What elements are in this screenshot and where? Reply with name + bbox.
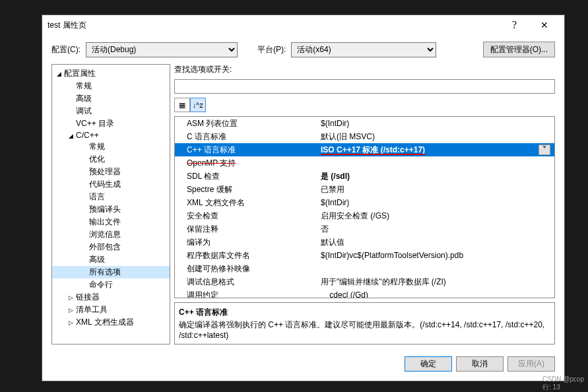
expand-icon[interactable]: ◢ bbox=[68, 133, 74, 139]
property-row[interactable]: 安全检查启用安全检查 (/GS) bbox=[175, 209, 554, 222]
property-row[interactable]: 程序数据库文件名$(IntDir)vc$(PlatformToolsetVers… bbox=[175, 249, 554, 262]
cancel-button[interactable]: 取消 bbox=[456, 356, 504, 372]
description-text: 确定编译器将强制执行的 C++ 语言标准。建议尽可能使用最新版本。(/std:c… bbox=[179, 319, 550, 340]
property-value[interactable]: 启用安全检查 (/GS) bbox=[317, 209, 554, 222]
tree-item-label: VC++ 目录 bbox=[76, 119, 114, 128]
tree-item[interactable]: 高级 bbox=[52, 92, 170, 105]
alphabetical-view-button[interactable]: ↓ᴬᴢ bbox=[190, 98, 206, 112]
property-row[interactable]: 编译为默认值 bbox=[175, 236, 554, 249]
property-dialog: test 属性页 ? ✕ 配置(C): 活动(Debug) 平台(P): 活动(… bbox=[42, 15, 565, 381]
tree-item[interactable]: 语言 bbox=[52, 191, 170, 203]
search-input[interactable] bbox=[174, 79, 555, 94]
property-name: 调用约定 bbox=[175, 288, 317, 298]
tree-item-label: 外部包含 bbox=[89, 242, 121, 251]
tree-item[interactable]: 预处理器 bbox=[52, 166, 170, 178]
property-value[interactable] bbox=[317, 262, 554, 275]
statusbar: CSDN @pcop 行: 13 bbox=[542, 376, 584, 392]
config-label: 配置(C): bbox=[51, 44, 81, 55]
tree-item-label: 优化 bbox=[89, 154, 105, 164]
tree-item[interactable]: 常规 bbox=[52, 80, 170, 92]
property-value[interactable]: 已禁用 bbox=[317, 183, 554, 196]
tree-item-label: 常规 bbox=[76, 81, 92, 90]
property-row[interactable]: SDL 检查是 (/sdl) bbox=[175, 170, 554, 183]
property-value[interactable]: ISO C++17 标准 (/std:c++17) bbox=[317, 143, 554, 156]
tree-item-label: 链接器 bbox=[76, 292, 100, 302]
tree-item[interactable]: VC++ 目录 bbox=[52, 117, 170, 130]
config-manager-button[interactable]: 配置管理器(O)... bbox=[483, 42, 555, 57]
tree-item-label: 所有选项 bbox=[89, 267, 121, 277]
property-name: 程序数据库文件名 bbox=[175, 249, 317, 262]
tree-item[interactable]: 输出文件 bbox=[52, 216, 170, 228]
property-value[interactable]: __cdecl (/Gd) bbox=[317, 288, 554, 298]
property-name: 安全检查 bbox=[175, 209, 317, 222]
tree-item[interactable]: ▷XML 文档生成器 bbox=[52, 316, 170, 329]
tree-item-label: 高级 bbox=[89, 255, 105, 264]
description-title: C++ 语言标准 bbox=[179, 307, 550, 318]
tree-item[interactable]: 浏览信息 bbox=[52, 228, 170, 241]
property-row[interactable]: Spectre 缓解已禁用 bbox=[175, 183, 554, 196]
tree-item[interactable]: 调试 bbox=[52, 105, 170, 117]
tree-item[interactable]: 高级 bbox=[52, 253, 170, 266]
categorized-view-button[interactable]: ▦ bbox=[174, 98, 190, 112]
view-tools: ▦ ↓ᴬᴢ bbox=[174, 98, 555, 112]
property-value[interactable] bbox=[317, 156, 554, 170]
tree-item-label: 命令行 bbox=[89, 280, 113, 289]
property-value[interactable]: 否 bbox=[317, 222, 554, 236]
expand-icon[interactable]: ▷ bbox=[68, 294, 74, 301]
tree-item[interactable]: 命令行 bbox=[52, 278, 170, 291]
property-value[interactable]: 默认(旧 MSVC) bbox=[317, 130, 554, 143]
tree-item[interactable]: ▷清单工具 bbox=[52, 304, 170, 316]
property-row[interactable]: C++ 语言标准ISO C++17 标准 (/std:c++17) bbox=[175, 143, 554, 156]
property-row[interactable]: 保留注释否 bbox=[175, 222, 554, 236]
property-name: OpenMP 支持 bbox=[175, 156, 317, 170]
property-row[interactable]: ASM 列表位置$(IntDir) bbox=[175, 117, 554, 130]
config-select[interactable]: 活动(Debug) bbox=[86, 42, 238, 57]
tree-item[interactable]: ▷链接器 bbox=[52, 291, 170, 304]
tree-item-label: 语言 bbox=[89, 192, 105, 201]
tree-item[interactable]: 常规 bbox=[52, 141, 170, 153]
property-row[interactable]: C 语言标准默认(旧 MSVC) bbox=[175, 130, 554, 143]
property-row[interactable]: 调用约定__cdecl (/Gd) bbox=[175, 288, 554, 298]
help-button[interactable]: ? bbox=[500, 15, 529, 35]
config-row: 配置(C): 活动(Debug) 平台(P): 活动(x64) 配置管理器(O)… bbox=[42, 35, 564, 64]
tree-item[interactable]: ◢C/C++ bbox=[52, 130, 170, 141]
property-row[interactable]: XML 文档文件名$(IntDir) bbox=[175, 196, 554, 209]
property-name: C++ 语言标准 bbox=[175, 143, 317, 156]
property-value[interactable]: 是 (/sdl) bbox=[317, 170, 554, 183]
tree-item[interactable]: 代码生成 bbox=[52, 178, 170, 191]
dialog-footer: 确定 取消 应用(A) bbox=[42, 351, 564, 381]
tree-item-label: 常规 bbox=[89, 142, 105, 151]
tree-item-label: XML 文档生成器 bbox=[76, 317, 134, 327]
close-button[interactable]: ✕ bbox=[529, 15, 559, 35]
expand-icon[interactable]: ▷ bbox=[68, 319, 74, 326]
property-value[interactable]: 默认值 bbox=[317, 236, 554, 249]
tree-item-label: 清单工具 bbox=[76, 305, 108, 314]
tree-item[interactable]: 优化 bbox=[52, 153, 170, 166]
property-value[interactable]: 用于"编辑并继续"的程序数据库 (/ZI) bbox=[317, 275, 554, 288]
apply-button[interactable]: 应用(A) bbox=[507, 356, 555, 372]
tree-item-label: 高级 bbox=[76, 94, 92, 103]
tree-item-label: 配置属性 bbox=[64, 69, 96, 78]
property-value[interactable]: $(IntDir)vc$(PlatformToolsetVersion).pdb bbox=[317, 249, 554, 262]
platform-select[interactable]: 活动(x64) bbox=[291, 42, 436, 57]
tree-item-label: 浏览信息 bbox=[89, 230, 121, 239]
tree-item[interactable]: 所有选项 bbox=[52, 266, 170, 278]
ok-button[interactable]: 确定 bbox=[405, 356, 452, 372]
property-grid-scroll[interactable]: ASM 列表位置$(IntDir)C 语言标准默认(旧 MSVC)C++ 语言标… bbox=[175, 117, 554, 298]
tree-item[interactable]: 预编译头 bbox=[52, 203, 170, 216]
property-name: XML 文档文件名 bbox=[175, 196, 317, 209]
property-grid: ASM 列表位置$(IntDir)C 语言标准默认(旧 MSVC)C++ 语言标… bbox=[174, 116, 555, 298]
property-name: C 语言标准 bbox=[175, 130, 317, 143]
tree-item[interactable]: ◢配置属性 bbox=[52, 67, 170, 80]
tree-item[interactable]: 外部包含 bbox=[52, 241, 170, 253]
dialog-title: test 属性页 bbox=[48, 20, 500, 31]
property-row[interactable]: OpenMP 支持 bbox=[175, 156, 554, 170]
nav-tree[interactable]: ◢配置属性 常规 高级 调试 VC++ 目录◢C/C++ 常规 优化 预处理器 … bbox=[51, 64, 170, 344]
expand-icon[interactable]: ▷ bbox=[68, 307, 74, 313]
property-value[interactable]: $(IntDir) bbox=[317, 196, 554, 209]
expand-icon[interactable]: ◢ bbox=[56, 71, 62, 77]
property-value[interactable]: $(IntDir) bbox=[317, 117, 554, 130]
search-label: 查找选项或开关: bbox=[174, 64, 555, 75]
property-row[interactable]: 调试信息格式用于"编辑并继续"的程序数据库 (/ZI) bbox=[175, 275, 554, 288]
property-row[interactable]: 创建可热修补映像 bbox=[175, 262, 554, 275]
